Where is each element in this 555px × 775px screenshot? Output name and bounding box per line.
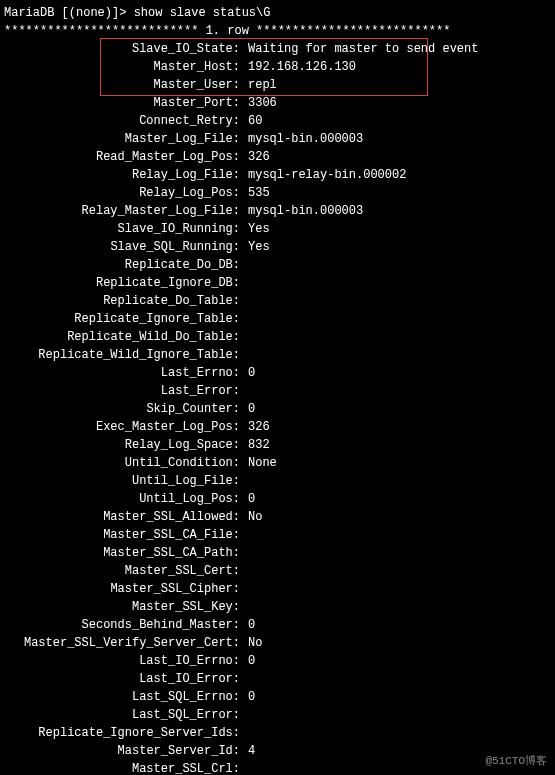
field-value bbox=[244, 526, 248, 544]
field-label: Master_Log_File: bbox=[4, 130, 244, 148]
status-row: Until_Log_File: bbox=[4, 472, 551, 490]
field-value: Waiting for master to send event bbox=[244, 40, 478, 58]
field-label: Replicate_Do_DB: bbox=[4, 256, 244, 274]
field-value bbox=[244, 706, 248, 724]
prompt-command: show slave status\G bbox=[134, 6, 271, 20]
status-row: Master_Port:3306 bbox=[4, 94, 551, 112]
field-label: Last_SQL_Error: bbox=[4, 706, 244, 724]
field-label: Seconds_Behind_Master: bbox=[4, 616, 244, 634]
field-value: mysql-bin.000003 bbox=[244, 202, 363, 220]
status-row: Connect_Retry:60 bbox=[4, 112, 551, 130]
field-value: 60 bbox=[244, 112, 262, 130]
field-value bbox=[244, 328, 248, 346]
field-value: 832 bbox=[244, 436, 270, 454]
status-row: Replicate_Ignore_Server_Ids: bbox=[4, 724, 551, 742]
status-row: Relay_Log_File:mysql-relay-bin.000002 bbox=[4, 166, 551, 184]
field-label: Read_Master_Log_Pos: bbox=[4, 148, 244, 166]
status-row: Master_SSL_CA_Path: bbox=[4, 544, 551, 562]
field-value bbox=[244, 382, 248, 400]
field-value bbox=[244, 760, 248, 775]
field-value: 326 bbox=[244, 418, 270, 436]
field-label: Last_Errno: bbox=[4, 364, 244, 382]
status-row: Last_Error: bbox=[4, 382, 551, 400]
field-label: Master_Server_Id: bbox=[4, 742, 244, 760]
status-row: Master_SSL_Key: bbox=[4, 598, 551, 616]
field-label: Connect_Retry: bbox=[4, 112, 244, 130]
status-row: Relay_Log_Pos:535 bbox=[4, 184, 551, 202]
field-label: Last_Error: bbox=[4, 382, 244, 400]
field-value: None bbox=[244, 454, 277, 472]
field-value: Yes bbox=[244, 238, 270, 256]
field-value bbox=[244, 544, 248, 562]
field-value bbox=[244, 472, 248, 490]
field-label: Last_SQL_Errno: bbox=[4, 688, 244, 706]
status-row: Skip_Counter:0 bbox=[4, 400, 551, 418]
status-row: Exec_Master_Log_Pos:326 bbox=[4, 418, 551, 436]
status-row: Slave_SQL_Running:Yes bbox=[4, 238, 551, 256]
field-label: Replicate_Wild_Do_Table: bbox=[4, 328, 244, 346]
status-row: Replicate_Do_DB: bbox=[4, 256, 551, 274]
field-label: Master_SSL_Crl: bbox=[4, 760, 244, 775]
status-row: Master_SSL_Verify_Server_Cert:No bbox=[4, 634, 551, 652]
field-label: Slave_SQL_Running: bbox=[4, 238, 244, 256]
field-value: 535 bbox=[244, 184, 270, 202]
field-label: Master_SSL_Allowed: bbox=[4, 508, 244, 526]
status-row: Replicate_Wild_Do_Table: bbox=[4, 328, 551, 346]
status-row: Master_SSL_CA_File: bbox=[4, 526, 551, 544]
status-row: Master_Server_Id:4 bbox=[4, 742, 551, 760]
field-label: Relay_Log_Space: bbox=[4, 436, 244, 454]
field-value bbox=[244, 562, 248, 580]
field-label: Until_Condition: bbox=[4, 454, 244, 472]
status-row: Seconds_Behind_Master:0 bbox=[4, 616, 551, 634]
field-label: Until_Log_File: bbox=[4, 472, 244, 490]
field-value: 192.168.126.130 bbox=[244, 58, 356, 76]
field-value bbox=[244, 724, 248, 742]
field-label: Master_SSL_Cipher: bbox=[4, 580, 244, 598]
field-value: No bbox=[244, 508, 262, 526]
field-label: Master_SSL_CA_File: bbox=[4, 526, 244, 544]
field-value bbox=[244, 256, 248, 274]
field-label: Replicate_Ignore_DB: bbox=[4, 274, 244, 292]
status-row: Last_IO_Error: bbox=[4, 670, 551, 688]
status-row: Relay_Master_Log_File:mysql-bin.000003 bbox=[4, 202, 551, 220]
field-label: Relay_Log_File: bbox=[4, 166, 244, 184]
status-row: Relay_Log_Space:832 bbox=[4, 436, 551, 454]
field-value: Yes bbox=[244, 220, 270, 238]
status-row: Read_Master_Log_Pos:326 bbox=[4, 148, 551, 166]
prompt-prefix: MariaDB [(none)]> bbox=[4, 6, 126, 20]
field-label: Last_IO_Errno: bbox=[4, 652, 244, 670]
status-row: Until_Condition:None bbox=[4, 454, 551, 472]
status-row: Replicate_Ignore_Table: bbox=[4, 310, 551, 328]
field-label: Skip_Counter: bbox=[4, 400, 244, 418]
field-label: Replicate_Ignore_Server_Ids: bbox=[4, 724, 244, 742]
field-value: No bbox=[244, 634, 262, 652]
field-label: Exec_Master_Log_Pos: bbox=[4, 418, 244, 436]
field-value: 0 bbox=[244, 688, 255, 706]
field-label: Relay_Log_Pos: bbox=[4, 184, 244, 202]
status-row: Last_Errno:0 bbox=[4, 364, 551, 382]
field-label: Master_SSL_CA_Path: bbox=[4, 544, 244, 562]
field-value bbox=[244, 580, 248, 598]
field-value: 3306 bbox=[244, 94, 277, 112]
status-row: Slave_IO_Running:Yes bbox=[4, 220, 551, 238]
field-value bbox=[244, 310, 248, 328]
field-label: Master_SSL_Key: bbox=[4, 598, 244, 616]
field-value bbox=[244, 274, 248, 292]
status-row: Last_SQL_Errno:0 bbox=[4, 688, 551, 706]
field-label: Until_Log_Pos: bbox=[4, 490, 244, 508]
field-label: Slave_IO_Running: bbox=[4, 220, 244, 238]
status-row: Master_SSL_Cert: bbox=[4, 562, 551, 580]
status-row: Master_Host:192.168.126.130 bbox=[4, 58, 551, 76]
field-value: 0 bbox=[244, 364, 255, 382]
field-label: Slave_IO_State: bbox=[4, 40, 244, 58]
status-row: Replicate_Wild_Ignore_Table: bbox=[4, 346, 551, 364]
status-row: Master_SSL_Allowed:No bbox=[4, 508, 551, 526]
field-value: 0 bbox=[244, 490, 255, 508]
field-label: Replicate_Ignore_Table: bbox=[4, 310, 244, 328]
field-value: repl bbox=[244, 76, 277, 94]
status-row: Master_SSL_Crl: bbox=[4, 760, 551, 775]
terminal-prompt-line[interactable]: MariaDB [(none)]> show slave status\G bbox=[4, 4, 551, 22]
field-label: Master_SSL_Cert: bbox=[4, 562, 244, 580]
status-row: Slave_IO_State:Waiting for master to sen… bbox=[4, 40, 551, 58]
status-row: Master_Log_File:mysql-bin.000003 bbox=[4, 130, 551, 148]
